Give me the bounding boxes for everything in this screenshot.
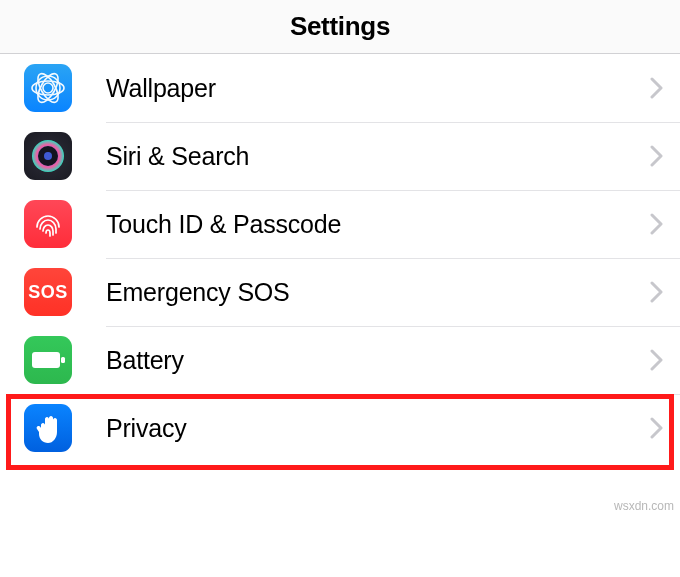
fingerprint-icon xyxy=(24,200,72,248)
page-title: Settings xyxy=(290,11,390,42)
row-label: Battery xyxy=(106,346,650,375)
svg-point-7 xyxy=(44,152,52,160)
row-privacy[interactable]: Privacy xyxy=(0,394,680,462)
chevron-right-icon xyxy=(650,349,664,371)
row-touchid[interactable]: Touch ID & Passcode xyxy=(0,190,680,258)
wallpaper-icon xyxy=(24,64,72,112)
row-label: Touch ID & Passcode xyxy=(106,210,650,239)
sos-icon: SOS xyxy=(24,268,72,316)
chevron-right-icon xyxy=(650,213,664,235)
hand-icon xyxy=(24,404,72,452)
row-siri[interactable]: Siri & Search xyxy=(0,122,680,190)
watermark: wsxdn.com xyxy=(614,499,674,513)
svg-rect-9 xyxy=(61,357,65,363)
siri-icon xyxy=(24,132,72,180)
battery-icon xyxy=(24,336,72,384)
chevron-right-icon xyxy=(650,145,664,167)
row-label: Wallpaper xyxy=(106,74,650,103)
settings-list: Wallpaper Siri & Search xyxy=(0,54,680,462)
row-label: Privacy xyxy=(106,414,650,443)
svg-rect-8 xyxy=(32,352,60,368)
row-sos[interactable]: SOS Emergency SOS xyxy=(0,258,680,326)
svg-point-0 xyxy=(43,83,53,93)
header: Settings xyxy=(0,0,680,54)
row-battery[interactable]: Battery xyxy=(0,326,680,394)
row-label: Emergency SOS xyxy=(106,278,650,307)
chevron-right-icon xyxy=(650,417,664,439)
chevron-right-icon xyxy=(650,281,664,303)
row-wallpaper[interactable]: Wallpaper xyxy=(0,54,680,122)
row-label: Siri & Search xyxy=(106,142,650,171)
chevron-right-icon xyxy=(650,77,664,99)
